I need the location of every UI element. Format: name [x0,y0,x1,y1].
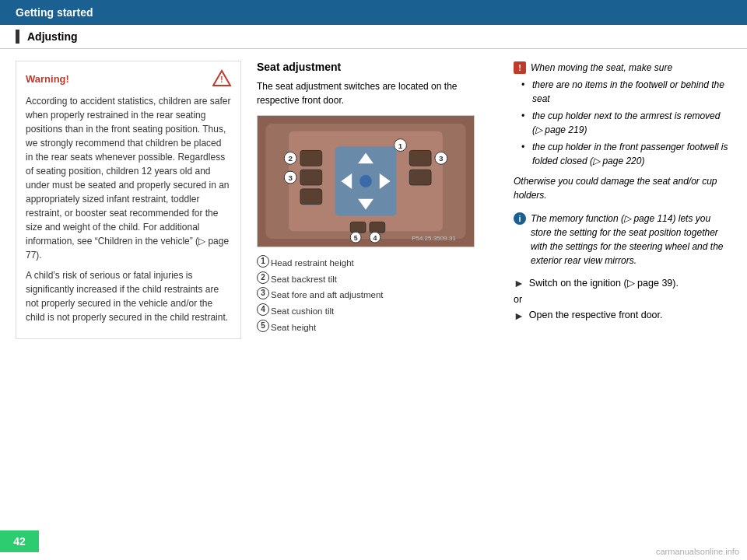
warning-box: Warning! ! According to accident statist… [16,61,241,339]
moving-seat-bullets: there are no items in the footwell or be… [514,78,731,168]
seat-item-5-num: 5 [257,320,269,332]
seat-item-1: 1 Head restraint height [257,255,498,271]
section-title-text: Adjusting [27,30,78,43]
memory-note-text: The memory function (▷ page 114) lets yo… [531,212,731,268]
seat-item-1-num: 1 [257,255,269,268]
step1-text: Switch on the ignition (▷ page 39). [529,277,679,289]
memory-note-block: i The memory function (▷ page 114) lets … [514,212,731,268]
seat-item-2-num: 2 [257,271,269,284]
svg-rect-13 [409,150,431,166]
content-area: Warning! ! According to accident statist… [0,49,747,547]
warning-body: According to accident statistics, childr… [26,94,231,324]
section-title-row: Adjusting [0,25,747,49]
svg-rect-4 [300,150,322,166]
warning-title: Warning! [26,73,69,85]
svg-text:4: 4 [373,234,377,242]
svg-text:5: 5 [354,234,358,242]
header-title: Getting started [16,6,93,19]
step2-arrow: ► [514,310,524,322]
step2-text: Open the respective front door. [529,310,663,320]
seat-adjustment-title: Seat adjustment [257,61,498,73]
or-label: or [514,294,731,305]
warning-triangle-icon: ! [212,69,231,88]
svg-point-12 [359,175,372,187]
right-column: ! When moving the seat, make sure there … [514,61,731,535]
bullet-1: there are no items in the footwell or be… [521,78,731,106]
seat-item-4-num: 4 [257,303,269,316]
svg-rect-14 [409,170,431,185]
warning-header: Warning! ! [26,69,231,88]
seat-diagram-svg: 1 2 3 3 5 4 P54.25-3509-31 [258,116,474,247]
bullet-3: the cup holder in the front passenger fo… [521,140,731,168]
seat-item-3: 3 Seat fore and aft adjustment [257,287,498,303]
seat-adjustment-desc: The seat adjustment switches are located… [257,79,498,107]
memory-icon-row: i The memory function (▷ page 114) lets … [514,212,731,268]
bullet-2: the cup holder next to the armrest is re… [521,109,731,137]
moving-seat-warning: ! When moving the seat, make sure there … [514,61,731,202]
section-title-bar-decoration [16,30,19,44]
svg-rect-5 [300,170,322,185]
seat-item-3-num: 3 [257,287,269,299]
svg-text:1: 1 [398,142,403,150]
seat-item-4: 4 Seat cushion tilt [257,303,498,320]
red-warning-icon: ! [514,61,526,74]
seat-items-list: 1 Head restraint height 2 Seat backrest … [257,255,498,335]
svg-text:2: 2 [288,154,293,163]
middle-column: Seat adjustment The seat adjustment swit… [257,61,498,535]
otherwise-text: Otherwise you could damage the seat and/… [514,174,731,202]
svg-text:P54.25-3509-31: P54.25-3509-31 [412,235,456,242]
header-bar: Getting started [0,0,747,25]
watermark: carmanualsonline.info [656,547,739,556]
seat-item-4-label: Seat cushion tilt [271,303,334,320]
warning-para1: According to accident statistics, childr… [26,94,231,262]
svg-rect-16 [370,222,385,233]
svg-rect-6 [300,189,322,205]
step2-item: ► Open the respective front door. [514,310,731,322]
seat-item-2-label: Seat backrest tilt [271,271,337,288]
seat-item-5: 5 Seat height [257,320,498,336]
seat-item-5-label: Seat height [271,320,316,336]
step1-item: ► Switch on the ignition (▷ page 39). [514,277,731,289]
svg-text:3: 3 [288,173,293,182]
svg-rect-15 [350,222,366,233]
moving-seat-icon-row: ! When moving the seat, make sure [514,61,731,75]
seat-item-2: 2 Seat backrest tilt [257,271,498,288]
svg-text:3: 3 [439,154,444,163]
left-column: Warning! ! According to accident statist… [16,61,241,535]
page-number: 42 [0,530,39,552]
seat-image: 1 2 3 3 5 4 P54.25-3509-31 [257,115,475,247]
step1-arrow: ► [514,277,524,289]
warning-para2: A child’s risk of serious or fatal injur… [26,268,231,324]
seat-item-3-label: Seat fore and aft adjustment [271,287,383,303]
moving-seat-text: When moving the seat, make sure [531,61,672,75]
seat-item-1-label: Head restraint height [271,255,354,271]
svg-text:!: ! [220,75,223,84]
blue-info-icon: i [514,212,526,225]
